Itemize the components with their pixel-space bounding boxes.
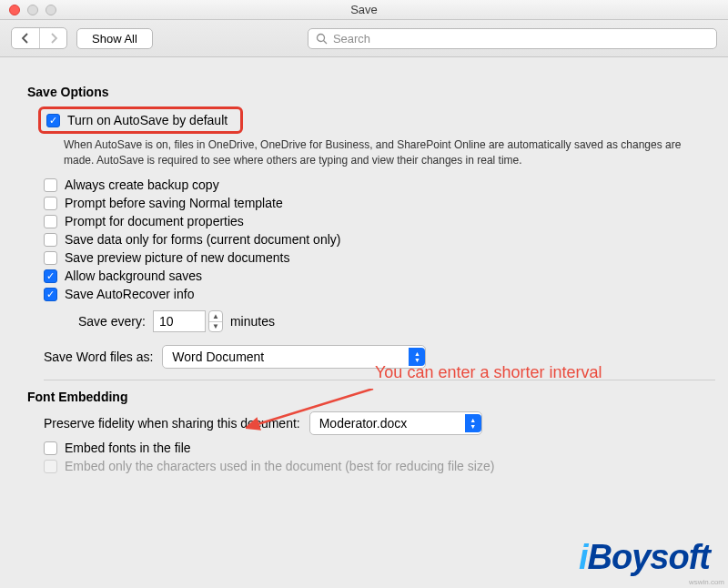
search-placeholder: Search — [333, 32, 370, 46]
titlebar: Save — [0, 0, 728, 20]
save-every-unit: minutes — [230, 314, 275, 329]
zoom-window-button — [46, 5, 56, 15]
svg-line-1 — [323, 40, 327, 44]
bg-saves-checkbox[interactable]: ✓ — [44, 269, 57, 283]
forms-only-label: Save data only for forms (current docume… — [65, 232, 340, 247]
backup-checkbox[interactable] — [44, 178, 57, 192]
preserve-label: Preserve fidelity when sharing this docu… — [44, 416, 300, 431]
show-all-button[interactable]: Show All — [76, 28, 153, 49]
stepper-up-button[interactable]: ▲ — [209, 311, 222, 321]
save-every-row: Save every: 10 ▲ ▼ minutes — [78, 310, 715, 332]
nav-buttons — [11, 27, 67, 49]
svg-point-0 — [317, 34, 324, 41]
watermark: iBoysoft — [579, 538, 710, 577]
save-as-value: Word Document — [172, 350, 264, 364]
preserve-select[interactable]: Moderator.docx ▲▼ — [309, 411, 482, 435]
save-every-label: Save every: — [78, 314, 146, 329]
back-button[interactable] — [12, 28, 39, 48]
stepper-down-button[interactable]: ▼ — [209, 321, 222, 331]
chevron-updown-icon: ▲▼ — [465, 414, 481, 432]
embed-chars-label: Embed only the characters used in the do… — [65, 459, 494, 473]
chevron-left-icon — [21, 33, 30, 44]
chevron-updown-icon: ▲▼ — [409, 348, 425, 366]
save-as-select[interactable]: Word Document ▲▼ — [162, 345, 426, 369]
embed-fonts-label: Embed fonts in the file — [65, 441, 191, 455]
section-font-embedding: Font Embedding — [27, 390, 715, 404]
embed-fonts-checkbox[interactable] — [44, 441, 57, 455]
backup-label: Always create backup copy — [65, 177, 219, 192]
section-save-options: Save Options — [27, 85, 715, 99]
credit-text: wswin.com — [689, 578, 724, 586]
prompt-props-checkbox[interactable] — [44, 215, 57, 228]
search-input[interactable]: Search — [308, 28, 717, 49]
preview-pic-label: Save preview picture of new documents — [65, 250, 289, 265]
save-as-label: Save Word files as: — [44, 350, 153, 364]
autorecover-label: Save AutoRecover info — [65, 287, 194, 301]
preserve-value: Moderator.docx — [319, 416, 408, 431]
autosave-checkbox[interactable]: ✓ — [46, 114, 60, 127]
autosave-label: Turn on AutoSave by default — [67, 113, 228, 127]
embed-chars-checkbox — [44, 460, 57, 473]
prompt-normal-checkbox[interactable] — [44, 197, 57, 210]
close-window-button[interactable] — [9, 5, 20, 15]
autosave-description: When AutoSave is on, files in OneDrive, … — [64, 137, 682, 168]
chevron-right-icon — [49, 33, 58, 44]
window-title: Save — [0, 3, 728, 16]
save-every-input[interactable]: 10 — [153, 310, 206, 332]
content-area: Save Options ✓ Turn on AutoSave by defau… — [0, 57, 728, 486]
autosave-highlight: ✓ Turn on AutoSave by default — [38, 106, 243, 134]
prompt-props-label: Prompt for document properties — [65, 214, 244, 228]
minimize-window-button — [27, 5, 38, 15]
toolbar: Show All Search — [0, 20, 728, 57]
preview-pic-checkbox[interactable] — [44, 251, 57, 265]
forward-button[interactable] — [39, 28, 66, 48]
save-every-stepper: 10 ▲ ▼ — [153, 310, 223, 332]
search-icon — [316, 33, 328, 45]
prompt-normal-label: Prompt before saving Normal template — [65, 196, 283, 210]
forms-only-checkbox[interactable] — [44, 233, 57, 247]
divider — [44, 380, 715, 380]
bg-saves-label: Allow background saves — [65, 269, 202, 283]
traffic-lights — [9, 5, 56, 15]
autorecover-checkbox[interactable]: ✓ — [44, 288, 57, 301]
